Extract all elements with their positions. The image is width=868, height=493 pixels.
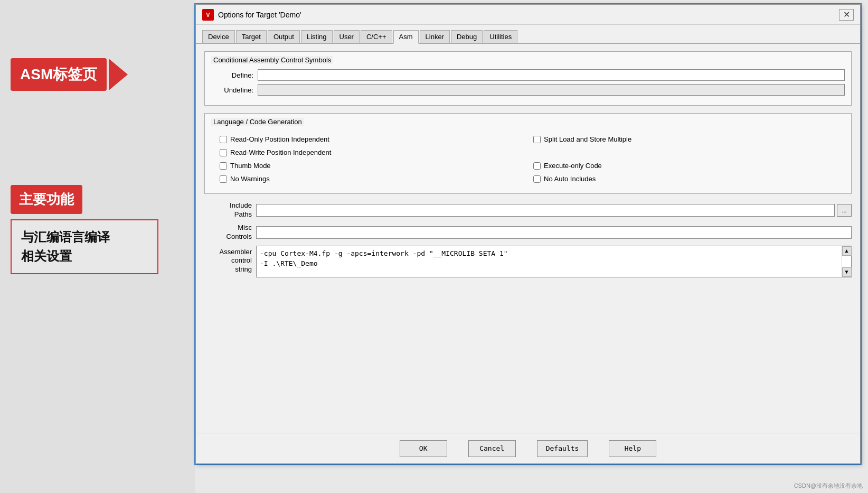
close-button[interactable]: ✕: [839, 9, 854, 21]
tab-device[interactable]: Device: [202, 30, 235, 43]
checkbox-no-warnings: No Warnings: [220, 175, 523, 183]
assembler-label: Assemblercontrolstring: [204, 248, 252, 275]
checkbox-split-load: Split Load and Store Multiple: [533, 135, 836, 143]
checkbox-execute-only-label: Execute-only Code: [544, 162, 602, 170]
cancel-button[interactable]: Cancel: [468, 440, 516, 457]
misc-controls-input[interactable]: [256, 226, 852, 239]
undefine-label: Undefine:: [211, 86, 253, 94]
chevron-right-icon: [109, 59, 128, 90]
checkbox-execute-only: Execute-only Code: [533, 162, 836, 170]
watermark: CSDN@没有余地没有余地: [794, 482, 863, 490]
tab-target[interactable]: Target: [236, 30, 267, 43]
checkbox-no-auto-includes: No Auto Includes: [533, 175, 836, 183]
misc-controls-input-wrap: [256, 226, 852, 239]
tab-cpp[interactable]: C/C++: [361, 30, 392, 43]
assembler-text: -cpu Cortex-M4.fp -g -apcs=interwork -pd…: [257, 246, 851, 271]
help-button[interactable]: Help: [609, 440, 656, 457]
undefine-row: Undefine:: [211, 84, 845, 96]
checkbox-no-warnings-input[interactable]: [220, 175, 227, 183]
keil-icon: V: [202, 9, 214, 21]
misc-controls-row: MiscControls: [204, 224, 852, 241]
asm-label-container: ASM标签页: [11, 58, 128, 91]
checkbox-thumb-mode-label: Thumb Mode: [230, 162, 271, 170]
checkbox-read-only-pos-indep-label: Read-Only Position Independent: [230, 135, 329, 143]
asm-label: ASM标签页: [11, 58, 107, 91]
checkbox-split-load-input[interactable]: [533, 136, 541, 143]
checkbox-read-only-pos-indep-input[interactable]: [220, 136, 227, 143]
tab-debug[interactable]: Debug: [451, 30, 483, 43]
main-func-container: 主要功能 与汇编语言编译相关设置: [11, 185, 158, 274]
include-paths-input-wrap: ...: [256, 204, 852, 217]
checkbox-read-write-pos-indep-label: Read-Write Position Independent: [230, 148, 331, 156]
checkbox-no-warnings-label: No Warnings: [230, 175, 270, 183]
main-func-desc: 与汇编语言编译相关设置: [11, 219, 158, 274]
dialog-footer: OK Cancel Defaults Help: [196, 433, 860, 463]
defaults-button[interactable]: Defaults: [537, 440, 588, 457]
checkbox-read-only-pos-indep: Read-Only Position Independent: [220, 135, 523, 143]
ok-button[interactable]: OK: [400, 440, 447, 457]
tab-listing[interactable]: Listing: [301, 30, 333, 43]
tab-linker[interactable]: Linker: [420, 30, 450, 43]
checkbox-split-load-label: Split Load and Store Multiple: [544, 135, 631, 143]
options-dialog: V Options for Target 'Demo' ✕ Device Tar…: [195, 4, 861, 464]
checkbox-thumb-mode-input[interactable]: [220, 162, 227, 170]
undefine-input[interactable]: [258, 84, 845, 96]
tab-user[interactable]: User: [334, 30, 360, 43]
checkbox-read-write-pos-indep-input[interactable]: [220, 149, 227, 156]
tab-output[interactable]: Output: [268, 30, 300, 43]
include-paths-row: IncludePaths ...: [204, 201, 852, 219]
dialog-title-text: Options for Target 'Demo': [218, 11, 301, 19]
assembler-wrap: -cpu Cortex-M4.fp -g -apcs=interwork -pd…: [256, 246, 852, 277]
define-input[interactable]: [258, 69, 845, 81]
dialog-content: Conditional Assembly Control Symbols Def…: [196, 44, 860, 285]
dialog-title-area: V Options for Target 'Demo': [202, 9, 301, 21]
include-paths-label: IncludePaths: [204, 201, 252, 219]
checkbox-execute-only-input[interactable]: [533, 162, 541, 170]
assembler-row: Assemblercontrolstring -cpu Cortex-M4.fp…: [204, 246, 852, 277]
tab-asm[interactable]: Asm: [393, 30, 419, 44]
checkbox-thumb-mode: Thumb Mode: [220, 162, 523, 170]
include-paths-browse-btn[interactable]: ...: [837, 204, 852, 217]
dialog-titlebar: V Options for Target 'Demo' ✕: [196, 5, 860, 25]
checkbox-no-auto-includes-input[interactable]: [533, 175, 541, 183]
tab-utilities[interactable]: Utilities: [484, 30, 517, 43]
main-func-label: 主要功能: [11, 185, 82, 214]
assembler-scrollbar: ▲ ▼: [842, 246, 851, 277]
left-annotation-panel: ASM标签页 主要功能 与汇编语言编译相关设置: [0, 0, 195, 493]
codegen-title: Language / Code Generation: [211, 118, 304, 126]
define-row: Define:: [211, 69, 845, 81]
codegen-group: Language / Code Generation Read-Only Pos…: [204, 113, 852, 194]
bottom-form: IncludePaths ... MiscControls Assemblerc…: [204, 201, 852, 277]
checkbox-grid: Read-Only Position Independent Split Loa…: [211, 131, 845, 187]
include-paths-input[interactable]: [256, 204, 835, 217]
scroll-up-arrow[interactable]: ▲: [842, 246, 852, 256]
conditional-assembly-title: Conditional Assembly Control Symbols: [211, 56, 333, 64]
scroll-down-arrow[interactable]: ▼: [842, 267, 852, 277]
checkbox-empty: [533, 148, 836, 156]
conditional-assembly-group: Conditional Assembly Control Symbols Def…: [204, 51, 852, 106]
checkbox-no-auto-includes-label: No Auto Includes: [544, 175, 596, 183]
checkbox-read-write-pos-indep: Read-Write Position Independent: [220, 148, 523, 156]
tabs-bar: Device Target Output Listing User C/C++ …: [196, 25, 860, 44]
misc-controls-label: MiscControls: [204, 224, 252, 241]
define-label: Define:: [211, 71, 253, 79]
